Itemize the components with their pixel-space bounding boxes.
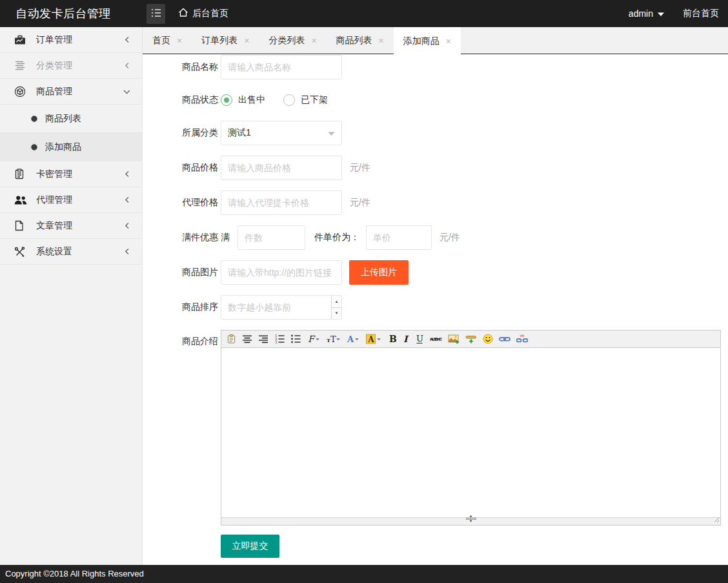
chevron-left-icon [124,169,130,179]
insert-hr-icon[interactable] [465,333,477,345]
highlight-color-icon[interactable]: A [366,333,382,345]
tab-category-list[interactable]: 分类列表 × [259,27,326,54]
discount-unit-price-input[interactable] [366,225,432,250]
tab-close-icon[interactable]: × [379,36,384,45]
insert-image-icon[interactable] [448,333,460,345]
tab-label: 分类列表 [268,35,305,46]
sidebar-subitem-product-list[interactable]: 商品列表 [0,105,142,133]
agent-price-input[interactable] [221,190,342,215]
radio-unselected-icon [283,94,295,106]
category-select[interactable]: 测试1 [221,121,342,145]
unordered-list-icon[interactable] [290,333,301,345]
spinner-down-icon[interactable]: ▼ [332,308,341,320]
sort-number-field: ▲ ▼ [221,295,342,320]
breadcrumb[interactable]: 后台首页 [178,8,228,19]
copyright-text: Copyright ©2018 All Rights Reserved [5,569,144,578]
discount-quantity-input[interactable] [238,225,305,250]
radio-label: 已下架 [301,94,328,106]
font-size-icon[interactable]: TT [326,333,341,345]
add-product-form: 商品名称 商品状态 出售中 已下架 所属分类 测试1 [143,54,728,558]
price-input[interactable] [221,156,342,180]
field-label: 商品排序 [182,302,221,313]
svg-text:I: I [403,334,409,344]
sidebar-item-label: 订单管理 [31,34,124,46]
form-row-image: 商品图片 上传图片 [182,260,728,285]
tab-close-icon[interactable]: × [244,36,249,45]
sidebar-item-products[interactable]: 商品管理 [0,79,142,105]
caret-down-icon [328,128,335,138]
strikethrough-icon[interactable]: ABC [430,333,442,345]
bold-icon[interactable]: B [388,333,396,345]
footer: Copyright ©2018 All Rights Reserved [0,565,728,583]
tab-bar: 首页 × 订单列表 × 分类列表 × 商品列表 × 添加商品 × [143,27,728,54]
editor-statusbar: ▲▼ [221,517,720,525]
sidebar-subitem-label: 商品列表 [45,113,81,125]
sidebar-item-articles[interactable]: 文章管理 [0,213,142,239]
sidebar-item-agents[interactable]: 代理管理 [0,187,142,213]
sort-input[interactable] [221,295,342,320]
discount-prefix-label: 满 [221,232,230,243]
unlink-icon[interactable] [516,333,528,345]
field-label: 商品状态 [182,94,221,106]
tab-label: 添加商品 [403,36,440,47]
image-url-input[interactable] [221,260,342,285]
sidebar-item-orders[interactable]: 订单管理 [0,27,142,53]
tab-close-icon[interactable]: × [311,36,316,45]
field-label: 商品图片 [182,267,221,278]
submit-button[interactable]: 立即提交 [221,535,279,558]
bullet-icon [31,116,37,122]
svg-text:B: B [389,334,396,344]
tab-close-icon[interactable]: × [177,36,182,45]
svg-text:T: T [330,334,336,344]
username: admin [629,8,653,19]
caret-down-icon [657,8,665,19]
spinner-up-icon[interactable]: ▲ [332,296,341,308]
list-lines-icon [14,61,31,70]
tab-add-product[interactable]: 添加商品 × [394,27,461,55]
frontend-home-link[interactable]: 前台首页 [683,8,719,19]
cube-icon [14,86,31,97]
field-label: 商品名称 [182,61,221,73]
emoticon-icon[interactable] [483,333,493,345]
sidebar-item-categories[interactable]: 分类管理 [0,53,142,79]
chevron-left-icon [124,35,130,45]
sidebar-item-settings[interactable]: 系统设置 [0,239,142,265]
align-center-icon[interactable] [242,333,252,345]
tab-order-list[interactable]: 订单列表 × [192,27,259,54]
svg-text:U: U [416,334,423,343]
sidebar-item-label: 分类管理 [31,60,124,72]
bullet-icon [31,144,37,150]
upload-image-button[interactable]: 上传图片 [349,260,409,285]
briefcase-chart-icon [14,35,31,45]
italic-icon[interactable]: I [402,333,409,345]
product-name-input[interactable] [221,55,342,79]
discount-mid-label: 件单价为： [314,232,359,243]
tab-close-icon[interactable]: × [446,37,451,46]
sidebar-toggle-button[interactable] [147,4,165,24]
svg-text:3: 3 [275,340,278,344]
price-unit-suffix: 元/件 [350,162,370,174]
form-row-bulk-discount: 满件优惠 满 件单价为： 元/件 [182,225,728,250]
ordered-list-icon[interactable]: 123 [274,333,285,345]
editor-content-area[interactable] [221,348,720,517]
link-icon[interactable] [499,333,511,345]
editor-corner-grip-icon[interactable] [714,515,720,525]
form-row-submit: 立即提交 [182,536,728,558]
align-right-icon[interactable] [258,333,268,345]
underline-icon[interactable]: U [415,333,424,345]
status-radio-on-sale[interactable]: 出售中 [221,94,265,106]
editor-resize-handle[interactable]: ▲▼ [464,515,478,523]
chevron-left-icon [124,247,130,257]
user-menu[interactable]: admin [629,8,665,19]
font-color-icon[interactable]: A [347,333,360,345]
status-radio-off-shelf[interactable]: 已下架 [283,94,328,106]
font-family-icon[interactable]: F [307,333,320,345]
tab-label: 订单列表 [201,35,238,46]
sidebar-subitem-add-product[interactable]: 添加商品 [0,133,142,161]
sidebar-item-cards[interactable]: 卡密管理 [0,161,142,187]
rich-text-editor: 123 F TT A A B I U ABC [221,330,721,526]
plain-paste-icon[interactable] [227,333,236,345]
tab-home[interactable]: 首页 × [143,27,192,54]
sidebar: 订单管理 分类管理 商品管理 商品列表 添加商品 卡密管理 [0,27,143,565]
tab-product-list[interactable]: 商品列表 × [327,27,394,54]
